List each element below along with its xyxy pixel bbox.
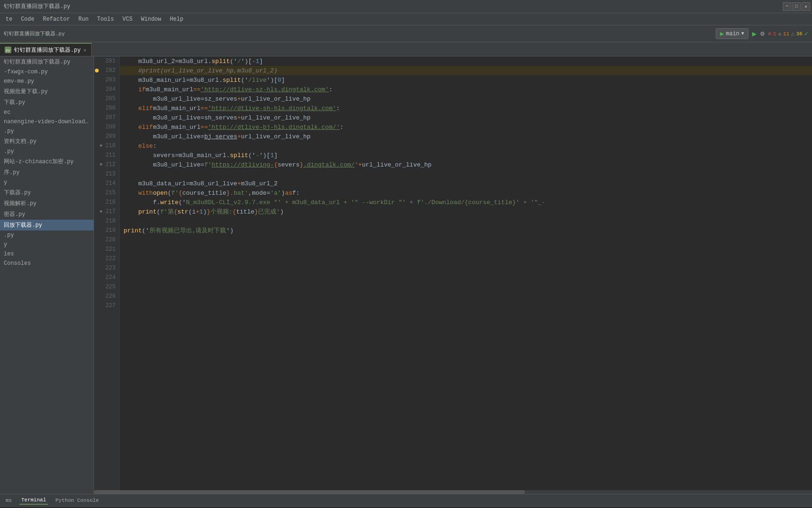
close-button[interactable]: ✕: [802, 2, 810, 11]
sidebar-item-7[interactable]: .py: [0, 127, 94, 136]
ln-211: 211: [94, 151, 119, 160]
gear-button[interactable]: ⚙: [760, 30, 764, 38]
code-line-212: m3u8_url_live = f'https://dtliving-{seve…: [120, 160, 812, 169]
code-line-219: print('所有视频已导出,请及时下载'): [120, 226, 812, 235]
fold-icon-212[interactable]: ▼: [100, 162, 102, 167]
sidebar-item-20[interactable]: Consoles: [0, 259, 94, 268]
code-line-227: [120, 301, 812, 310]
code-line-202: #print(url_live_or_live_hp,m3u8_url_2): [120, 66, 812, 75]
title-bar: 钉钉群直播回放下载器.py ─ □ ✕: [0, 0, 812, 13]
sidebar-item-0[interactable]: 钉钉群直播回放下载器.py: [0, 56, 94, 67]
ln-210: ▼210: [94, 141, 119, 151]
sidebar-item-18[interactable]: y: [0, 240, 94, 249]
warning-icon: ⚠: [778, 31, 781, 37]
ln-216: 216: [94, 198, 119, 207]
menu-refactor[interactable]: Refactor: [39, 15, 74, 24]
menu-te[interactable]: te: [2, 15, 16, 24]
code-line-207: m3u8_url_live = sh_serves + url_live_or_…: [120, 113, 812, 122]
python-file-icon: py: [5, 47, 11, 53]
bottom-panel: ms Terminal Python Console comment shoul…: [0, 494, 812, 508]
warning-dot-202: [95, 69, 99, 72]
sidebar-item-13[interactable]: 下载器.py: [0, 187, 94, 198]
sidebar-item-17[interactable]: .py: [0, 230, 94, 240]
ln-204: 204: [94, 85, 119, 94]
sidebar-item-1[interactable]: -fxwgx-com.py: [0, 67, 94, 77]
menu-window[interactable]: Window: [137, 15, 165, 24]
window-controls: ─ □ ✕: [783, 2, 810, 11]
sidebar-item-14[interactable]: 视频解析.py: [0, 198, 94, 209]
code-line-226: [120, 292, 812, 301]
tab-close-button[interactable]: ✕: [84, 47, 87, 53]
nav-right: ▶ main ▼ ▶ ⚙ ⊘ 1 ⚠ 11 △ 36 ✓: [716, 28, 808, 39]
ln-219: 219: [94, 226, 119, 235]
ln-224: 224: [94, 273, 119, 282]
code-line-218: [120, 216, 812, 226]
sidebar-item-16[interactable]: 回放下载器.py: [0, 220, 94, 230]
ln-220: 220: [94, 235, 119, 245]
code-line-220: [120, 235, 812, 245]
ln-213: 213: [94, 169, 119, 179]
ln-206: 206: [94, 103, 119, 113]
menu-run[interactable]: Run: [75, 15, 93, 24]
sidebar-item-19[interactable]: ies: [0, 249, 94, 259]
file-tab-active[interactable]: py 钉钉群直播回放下载器.py ✕: [0, 43, 92, 56]
fold-icon-210[interactable]: ▼: [100, 143, 102, 149]
menu-help[interactable]: Help: [166, 15, 187, 24]
ln-225: 225: [94, 282, 119, 292]
code-line-206: elif m3u8_main_url=='http://dtlive-sh-hl…: [120, 103, 812, 113]
bottom-tab-python-console[interactable]: Python Console: [54, 497, 101, 504]
sidebar-item-6[interactable]: nanengine-video-downloader.: [0, 117, 94, 127]
editor-area[interactable]: 201 202 203 204 205 206 207 208 209 ▼210…: [94, 56, 812, 494]
tab-bar: py 钉钉群直播回放下载器.py ✕: [0, 42, 812, 56]
fold-icon-217[interactable]: ▼: [100, 209, 102, 214]
sidebar-item-2[interactable]: emv-me.py: [0, 77, 94, 86]
minimize-button[interactable]: ─: [783, 2, 791, 11]
code-line-225: [120, 282, 812, 292]
code-lines: m3u8_url_2 = m3u8_url.split('/')[-1] #pr…: [120, 56, 812, 494]
code-line-216: f.write('N_m3u8DL-CLI_v2.9.7.exe "' + m3…: [120, 198, 812, 207]
menu-vcs[interactable]: VCS: [118, 15, 136, 24]
code-line-210: else:: [120, 141, 812, 151]
ln-222: 222: [94, 254, 119, 263]
sidebar-item-15[interactable]: 密器.py: [0, 209, 94, 220]
ln-209: 209: [94, 132, 119, 141]
ln-215: 215: [94, 188, 119, 198]
ln-214: 214: [94, 179, 119, 188]
code-line-205: m3u8_url_live = sz_serves + url_live_or_…: [120, 94, 812, 103]
sidebar-item-9[interactable]: .py: [0, 147, 94, 156]
sidebar-item-5[interactable]: ec: [0, 108, 94, 117]
ln-212: ▼212: [94, 160, 119, 169]
code-line-211: severs = m3u8_main_url.split('-')[1]: [120, 151, 812, 160]
horizontal-scrollbar[interactable]: [94, 490, 812, 494]
sidebar-item-3[interactable]: 视频批量下载.py: [0, 86, 94, 97]
menu-bar: te Code Refactor Run Tools VCS Window He…: [0, 13, 812, 25]
bottom-tabs: ms Terminal Python Console: [0, 494, 812, 507]
bottom-tab-terminal[interactable]: Terminal: [19, 496, 48, 505]
ln-201: 201: [94, 56, 119, 66]
branch-selector[interactable]: ▶ main ▼: [716, 28, 748, 39]
menu-code[interactable]: Code: [17, 15, 38, 24]
ln-221: 221: [94, 245, 119, 254]
ln-223: 223: [94, 263, 119, 273]
sidebar-item-12[interactable]: y: [0, 178, 94, 187]
sidebar-item-10[interactable]: 网站-z-chinaacc加密.py: [0, 156, 94, 167]
scroll-thumb[interactable]: [94, 490, 525, 494]
code-line-201: m3u8_url_2 = m3u8_url.split('/')[-1]: [120, 56, 812, 66]
branch-name: main: [726, 31, 740, 37]
ln-226: 226: [94, 292, 119, 301]
nav-path: 钉钉群直播回放下载器.py: [4, 30, 65, 37]
tab-label: 钉钉群直播回放下载器.py: [14, 46, 81, 54]
menu-tools[interactable]: Tools: [93, 15, 117, 24]
sidebar-item-8[interactable]: 资料文档.py: [0, 136, 94, 147]
run-button[interactable]: ▶: [752, 29, 757, 39]
sidebar-item-11[interactable]: 序.py: [0, 167, 94, 178]
code-container: 201 202 203 204 205 206 207 208 209 ▼210…: [94, 56, 812, 494]
bottom-tab-ms[interactable]: ms: [4, 497, 14, 504]
sidebar-item-4[interactable]: 下载.py: [0, 97, 94, 108]
code-line-208: elif m3u8_main_url=='http://dtlive-bj-hl…: [120, 122, 812, 132]
info-count: 36: [796, 31, 802, 37]
code-line-222: [120, 254, 812, 263]
maximize-button[interactable]: □: [792, 2, 801, 11]
nav-left: 钉钉群直播回放下载器.py: [4, 30, 65, 37]
ln-207: 207: [94, 113, 119, 122]
